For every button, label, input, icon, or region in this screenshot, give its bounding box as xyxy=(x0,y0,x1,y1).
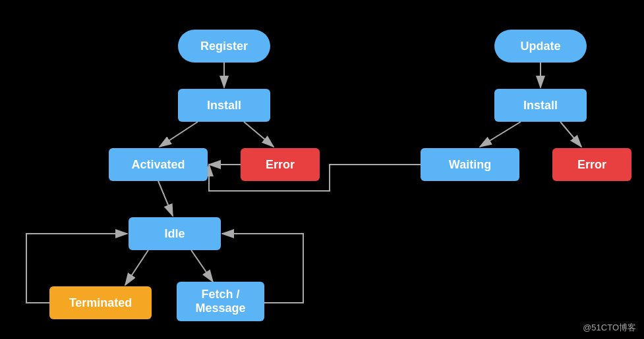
update-node: Update xyxy=(494,30,587,63)
watermark: @51CTO博客 xyxy=(583,322,636,334)
error-left-node: Error xyxy=(241,148,320,181)
svg-line-6 xyxy=(125,250,148,285)
idle-node: Idle xyxy=(129,217,221,250)
terminated-node: Terminated xyxy=(49,286,152,319)
waiting-node: Waiting xyxy=(421,148,519,181)
svg-line-10 xyxy=(560,122,581,147)
error-right-node: Error xyxy=(552,148,631,181)
install-left-node: Install xyxy=(178,89,270,122)
install-right-node: Install xyxy=(494,89,587,122)
svg-line-3 xyxy=(244,122,274,147)
register-node: Register xyxy=(178,30,270,63)
svg-line-5 xyxy=(158,181,173,216)
svg-line-2 xyxy=(160,122,198,147)
fetch-message-node: Fetch / Message xyxy=(177,282,264,321)
svg-line-9 xyxy=(480,122,521,147)
svg-line-7 xyxy=(191,250,213,282)
activated-node: Activated xyxy=(109,148,208,181)
